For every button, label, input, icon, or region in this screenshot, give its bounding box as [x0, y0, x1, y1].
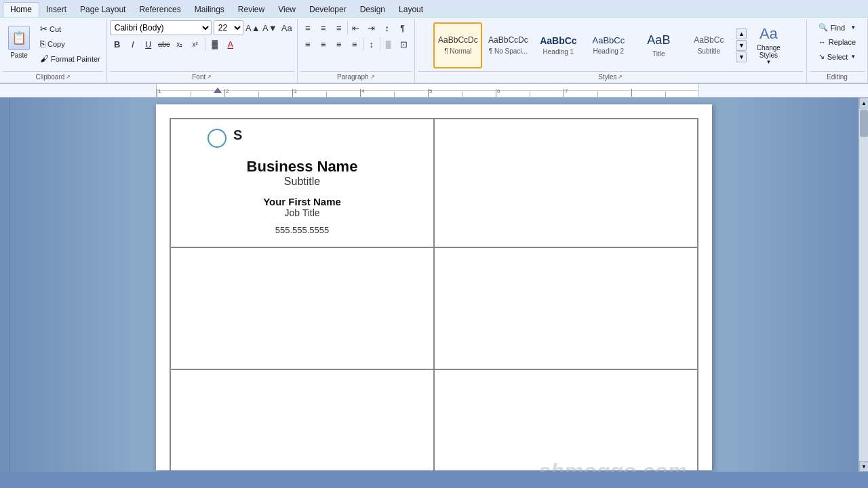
tab-layout[interactable]: Layout [392, 2, 430, 17]
card-cell-5[interactable] [170, 369, 434, 472]
scroll-area: S Business Name Subtitle Your First Name… [9, 98, 859, 472]
align-left-button[interactable]: ≡ [300, 37, 315, 52]
svg-rect-20 [462, 92, 462, 97]
expand-clipboard-icon[interactable]: ↗ [66, 74, 71, 80]
tab-view[interactable]: View [271, 2, 302, 17]
style-subtitle[interactable]: AaBbCc Subtitle [684, 22, 733, 68]
font-color-button[interactable]: A [223, 37, 238, 52]
font-group: Calibri (Body) 22 A▲ A▼ Aa B I U abc x₂ … [107, 19, 298, 83]
font-size-select[interactable]: 22 [214, 20, 243, 35]
styles-label: Styles ↗ [418, 71, 804, 81]
document-area: S Business Name Subtitle Your First Name… [0, 98, 868, 472]
style-title[interactable]: AaB Title [634, 22, 683, 68]
card-content: Business Name Subtitle Your First Name J… [178, 158, 427, 235]
change-styles-arrow: ▼ [766, 59, 771, 65]
bullets-button[interactable]: ≡ [300, 20, 315, 35]
find-arrow: ▼ [850, 24, 856, 30]
style-subtitle-preview: AaBbCc [694, 35, 724, 46]
svg-rect-5 [292, 89, 293, 97]
text-highlight-button[interactable]: ▓ [208, 37, 222, 52]
styles-scroll-more[interactable]: ▼ [736, 52, 747, 62]
scroll-up-arrow[interactable]: ▲ [859, 98, 868, 108]
underline-button[interactable]: U [141, 37, 156, 52]
tab-references[interactable]: References [132, 2, 187, 17]
svg-rect-22 [597, 92, 598, 97]
justify-button[interactable]: ≡ [347, 37, 362, 52]
decrease-indent-button[interactable]: ⇤ [349, 20, 363, 35]
style-normal-label: ¶ Normal [444, 47, 471, 55]
scrollbar-track[interactable] [859, 138, 868, 461]
replace-button[interactable]: ↔ Replace [814, 35, 861, 49]
shading-button[interactable]: ▒ [381, 37, 396, 52]
style-heading2[interactable]: AaBbCc Heading 2 [584, 22, 633, 68]
strikethrough-button[interactable]: abc [157, 37, 172, 52]
change-styles-label: ChangeStyles [757, 44, 781, 59]
style-subtitle-label: Subtitle [698, 47, 720, 55]
font-name-select[interactable]: Calibri (Body) [110, 20, 212, 35]
tab-mailings[interactable]: Mailings [188, 2, 231, 17]
expand-styles-icon[interactable]: ↗ [618, 74, 623, 80]
superscript-button[interactable]: x² [188, 37, 203, 52]
subscript-button[interactable]: x₂ [172, 37, 187, 52]
style-no-spacing-label: ¶ No Spaci... [489, 47, 528, 55]
copy-button[interactable]: ⎘ Copy [37, 37, 104, 51]
card-cell-6[interactable]: shmoggo.com [434, 369, 698, 472]
style-heading1[interactable]: AaBbCc Heading 1 [534, 22, 583, 68]
para-row-2: ≡ ≡ ≡ ≡ ↕ ▒ ⊡ [300, 37, 412, 52]
para-sep2 [363, 37, 363, 51]
increase-indent-button[interactable]: ⇥ [364, 20, 379, 35]
font-label: Font ↗ [110, 71, 294, 81]
card-cell-3[interactable] [170, 247, 434, 369]
svg-rect-9 [428, 89, 429, 97]
card-cell-4[interactable] [434, 247, 698, 369]
change-styles-button[interactable]: Aa ChangeStyles ▼ [749, 22, 787, 68]
style-normal[interactable]: AaBbCcDc ¶ Normal [433, 22, 482, 68]
expand-font-icon[interactable]: ↗ [207, 74, 212, 80]
card-cell-2[interactable] [434, 119, 698, 247]
page[interactable]: S Business Name Subtitle Your First Name… [156, 104, 712, 470]
right-scrollbar[interactable]: ▲ ▼ [859, 98, 868, 472]
paste-button[interactable]: 📋 Paste [3, 20, 35, 64]
tab-design[interactable]: Design [353, 2, 392, 17]
svg-text:6: 6 [497, 88, 500, 94]
select-button[interactable]: ↘ Select ▼ [814, 49, 861, 64]
increase-font-button[interactable]: A▲ [245, 20, 260, 35]
style-heading2-label: Heading 2 [593, 47, 625, 55]
numbering-button[interactable]: ≡ [316, 20, 331, 35]
style-no-spacing[interactable]: AaBbCcDc ¶ No Spaci... [484, 22, 532, 68]
scrollbar-thumb[interactable] [860, 110, 868, 137]
paste-icon: 📋 [8, 26, 30, 50]
line-spacing-button[interactable]: ↕ [364, 37, 379, 52]
styles-scroll-down[interactable]: ▼ [736, 40, 747, 51]
change-case-button[interactable]: Aa [279, 20, 294, 35]
italic-button[interactable]: I [125, 37, 140, 52]
cut-button[interactable]: ✂ Cut [37, 22, 104, 36]
format-painter-button[interactable]: 🖌 Format Painter [37, 52, 104, 66]
clipboard-group: 📋 Paste ✂ Cut ⎘ Copy 🖌 Format Painter [0, 19, 107, 83]
multilevel-button[interactable]: ≡ [332, 20, 347, 35]
card-cell-1[interactable]: S Business Name Subtitle Your First Name… [170, 119, 434, 247]
sort-button[interactable]: ↕ [380, 20, 395, 35]
tab-insert[interactable]: Insert [39, 2, 73, 17]
decrease-font-button[interactable]: A▼ [262, 20, 277, 35]
watermark-text: shmoggo.com [538, 459, 687, 472]
format-painter-icon: 🖌 [40, 54, 49, 64]
expand-paragraph-icon[interactable]: ↗ [370, 74, 375, 80]
borders-button[interactable]: ⊡ [397, 37, 412, 52]
tab-page-layout[interactable]: Page Layout [73, 2, 132, 17]
show-hide-button[interactable]: ¶ [395, 20, 410, 35]
center-button[interactable]: ≡ [316, 37, 331, 52]
styles-scroll-up[interactable]: ▲ [736, 28, 747, 39]
card-subtitle-text: Subtitle [178, 176, 427, 188]
svg-rect-16 [191, 92, 191, 97]
tab-developer[interactable]: Developer [302, 2, 353, 17]
style-normal-preview: AaBbCcDc [438, 35, 478, 46]
tab-home[interactable]: Home [3, 2, 39, 17]
align-right-button[interactable]: ≡ [332, 37, 347, 52]
select-arrow: ▼ [850, 54, 856, 60]
svg-text:1: 1 [158, 88, 161, 94]
scroll-down-arrow[interactable]: ▼ [859, 461, 868, 472]
tab-review[interactable]: Review [231, 2, 271, 17]
find-button[interactable]: 🔍 Find ▼ [814, 20, 861, 35]
bold-button[interactable]: B [110, 37, 125, 52]
